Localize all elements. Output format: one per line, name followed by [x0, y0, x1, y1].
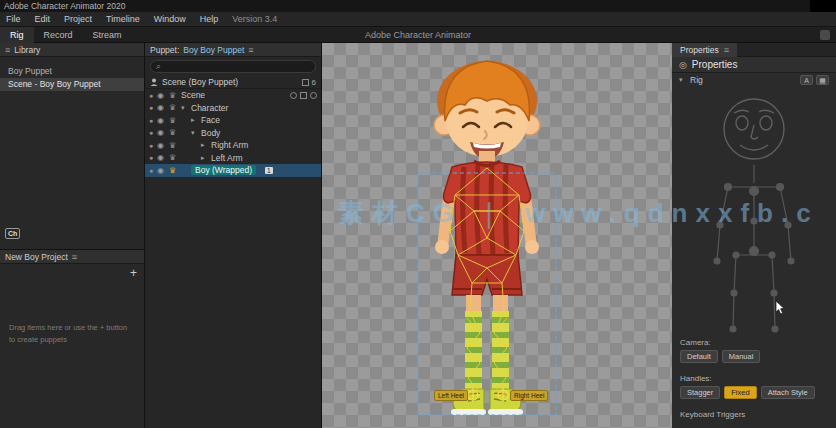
grid-view-button[interactable]: ▦: [816, 75, 829, 85]
workspace-tab-record[interactable]: Record: [34, 27, 83, 43]
hint-line-2: to create puppets: [9, 334, 139, 346]
scene-breadcrumb-row[interactable]: Scene (Boy Puppet) 6: [145, 76, 321, 89]
grid-icon[interactable]: [300, 92, 307, 99]
library-panel: ≡ Library Boy Puppet Scene - Boy Boy Pup…: [0, 43, 145, 250]
collapse-icon[interactable]: ▸: [201, 141, 208, 149]
row-label: Face: [201, 115, 220, 125]
row-label: Right Arm: [211, 140, 248, 150]
workspace-tab-stream[interactable]: Stream: [83, 27, 132, 43]
menu-timeline[interactable]: Timeline: [106, 14, 140, 24]
expand-icon[interactable]: ▾: [181, 104, 188, 112]
add-item-button[interactable]: +: [130, 267, 137, 279]
grid-icon[interactable]: [302, 79, 309, 86]
puppet-icon: ♛: [169, 128, 178, 137]
expand-icon[interactable]: ▾: [191, 129, 198, 137]
audio-toggle-icon[interactable]: ●: [149, 154, 154, 161]
list-item-selected[interactable]: Scene - Boy Boy Puppet: [0, 78, 144, 91]
workspace-bar: Rig Record Stream Adobe Character Animat…: [0, 27, 836, 43]
menu-project[interactable]: Project: [64, 14, 92, 24]
puppet-panel-header: Puppet: Boy Boy Puppet ≡: [145, 43, 321, 57]
visibility-icon[interactable]: ◉: [157, 166, 166, 175]
menu-window[interactable]: Window: [154, 14, 186, 24]
puppet-title-name[interactable]: Boy Boy Puppet: [183, 45, 244, 55]
camera-manual-button[interactable]: Manual: [722, 350, 761, 363]
hint-line-1: Drag items here or use the + button: [9, 322, 139, 334]
keyboard-triggers-label: Keyboard Triggers: [672, 407, 836, 422]
menu-bar: File Edit Project Timeline Window Help V…: [0, 12, 836, 27]
handles-section-label: Handles:: [672, 371, 836, 386]
visibility-icon[interactable]: ◉: [157, 91, 166, 100]
puppet-icon: ♛: [169, 91, 178, 100]
audio-toggle-icon[interactable]: ●: [149, 167, 154, 174]
collapse-icon[interactable]: ▸: [201, 154, 208, 162]
audio-toggle-icon[interactable]: ●: [149, 92, 154, 99]
visibility-icon[interactable]: ◉: [157, 116, 166, 125]
puppet-panel: Puppet: Boy Boy Puppet ≡ ⌕ Scene (Boy Pu…: [145, 43, 322, 428]
row-label: Scene: [181, 90, 205, 100]
row-label: Body: [201, 128, 220, 138]
handles-fixed-button[interactable]: Fixed: [724, 386, 756, 399]
puppet-row-right-arm[interactable]: ● ◉ ♛ ▸ Right Arm: [145, 139, 321, 152]
mouse-cursor: [775, 301, 785, 315]
rig-section-row[interactable]: ▾ Rig A ▦: [672, 73, 836, 86]
visibility-icon[interactable]: ◉: [157, 103, 166, 112]
puppet-preview: [672, 87, 836, 335]
handles-attach-style-button[interactable]: Attach Style: [761, 386, 815, 399]
properties-tabbar: Properties ≡: [672, 43, 836, 57]
workspace-tab-rig[interactable]: Rig: [0, 27, 34, 43]
search-icon: ⌕: [156, 62, 161, 71]
row-count-badge: 1: [265, 167, 273, 174]
properties-panel: Properties ≡ ◎ Properties ▾ Rig A ▦: [672, 43, 836, 428]
project-panel-header: New Boy Project ≡: [0, 250, 144, 264]
workspace-corner-icon[interactable]: [820, 30, 830, 40]
menu-help[interactable]: Help: [200, 14, 219, 24]
library-panel-title: Library: [14, 45, 40, 55]
puppet-row-selected[interactable]: ● ◉ ♛ Boy (Wrapped) 1: [145, 164, 321, 177]
list-item[interactable]: Boy Puppet: [0, 65, 144, 78]
cycle-icon[interactable]: [310, 92, 317, 99]
expand-icon[interactable]: ▾: [679, 76, 686, 84]
workspace-center-title: Adobe Character Animator: [365, 30, 471, 40]
menu-file[interactable]: File: [6, 14, 21, 24]
puppet-icon: ♛: [169, 166, 178, 175]
visibility-icon[interactable]: ◉: [157, 153, 166, 162]
panel-menu-icon[interactable]: ≡: [248, 45, 253, 55]
visibility-icon[interactable]: ◉: [157, 128, 166, 137]
handle-tag-right-heel[interactable]: Right Heel: [510, 390, 548, 401]
handle-tag-left-heel[interactable]: Left Heel: [434, 390, 468, 401]
row-label: Character: [191, 103, 228, 113]
puppet-row-scene[interactable]: ● ◉ ♛ Scene: [145, 89, 321, 102]
puppet-icon: ♛: [169, 153, 178, 162]
heel-handles: [466, 388, 510, 402]
panel-menu-icon[interactable]: ≡: [724, 43, 729, 57]
library-panel-header: ≡ Library: [0, 43, 144, 57]
audio-toggle-icon[interactable]: ●: [149, 142, 154, 149]
puppet-row-face[interactable]: ● ◉ ♛ ▸ Face: [145, 114, 321, 127]
puppet-row-left-arm[interactable]: ● ◉ ♛ ▸ Left Arm: [145, 152, 321, 165]
puppet-row-character[interactable]: ● ◉ ♛ ▾ Character: [145, 102, 321, 115]
visibility-icon[interactable]: ◉: [157, 141, 166, 150]
app-window: Adobe Character Animator 2020 File Edit …: [0, 0, 836, 428]
puppet-search-box[interactable]: ⌕: [150, 60, 316, 73]
puppet-row-body[interactable]: ● ◉ ♛ ▾ Body: [145, 127, 321, 140]
audio-toggle-icon[interactable]: ●: [149, 129, 154, 136]
panel-menu-icon[interactable]: ≡: [72, 252, 77, 262]
collapse-icon[interactable]: ▸: [191, 116, 198, 124]
audio-toggle-icon[interactable]: ●: [149, 104, 154, 111]
text-tool-button[interactable]: A: [800, 75, 813, 85]
tab-properties[interactable]: Properties ≡: [672, 43, 737, 57]
scene-canvas[interactable]: Left Heel Right Heel: [322, 43, 672, 428]
properties-heading: Properties: [692, 59, 738, 70]
clock-icon[interactable]: [290, 92, 297, 99]
properties-heading-row: ◎ Properties: [672, 57, 836, 73]
title-bar: Adobe Character Animator 2020: [0, 0, 836, 12]
puppet-icon: ♛: [169, 116, 178, 125]
puppet-icon: ♛: [169, 103, 178, 112]
person-icon: [150, 78, 158, 86]
camera-default-button[interactable]: Default: [680, 350, 718, 363]
search-input[interactable]: [164, 62, 310, 71]
menu-edit[interactable]: Edit: [35, 14, 51, 24]
audio-toggle-icon[interactable]: ●: [149, 117, 154, 124]
panel-menu-icon[interactable]: ≡: [5, 45, 10, 55]
handles-stagger-button[interactable]: Stagger: [680, 386, 720, 399]
